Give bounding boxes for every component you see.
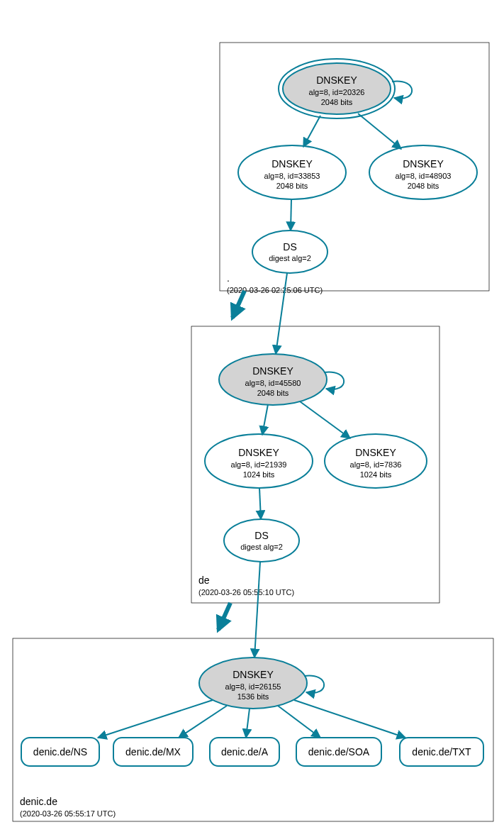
root-zsk: DNSKEY alg=8, id=33853 2048 bits [238, 145, 346, 199]
denic-rr-mx: denic.de/MX [113, 738, 193, 766]
zone-root: . (2020-03-26 02:25:06 UTC) DNSKEY alg=8… [220, 43, 489, 294]
edge-denic-a [246, 709, 250, 738]
edge-zone-root-to-de [233, 291, 245, 318]
denic-ksk: DNSKEY alg=8, id=26155 1536 bits [199, 658, 307, 709]
edge-de-ksk-zsk [262, 404, 268, 435]
denic-rr-txt: denic.de/TXT [400, 738, 483, 766]
edge-denic-ns [98, 700, 213, 738]
denic-rr-ns: denic.de/NS [21, 738, 99, 766]
root-key3: DNSKEY alg=8, id=48903 2048 bits [369, 145, 477, 199]
edge-denic-mx [179, 706, 227, 738]
svg-text:alg=8, id=21939: alg=8, id=21939 [231, 460, 287, 469]
svg-text:denic.de/MX: denic.de/MX [125, 746, 181, 758]
svg-text:denic.de/A: denic.de/A [221, 746, 269, 758]
zone-de: de (2020-03-26 05:55:10 UTC) DNSKEY alg=… [191, 273, 439, 603]
svg-text:DNSKEY: DNSKEY [355, 447, 396, 458]
svg-text:DNSKEY: DNSKEY [316, 74, 357, 86]
svg-text:DS: DS [283, 241, 296, 253]
zone-denic-timestamp: (2020-03-26 05:55:17 UTC) [20, 809, 116, 818]
svg-text:digest alg=2: digest alg=2 [269, 254, 311, 262]
svg-text:alg=8, id=20326: alg=8, id=20326 [309, 88, 365, 96]
svg-text:alg=8, id=33853: alg=8, id=33853 [264, 172, 320, 180]
zone-de-timestamp: (2020-03-26 05:55:10 UTC) [198, 588, 294, 597]
edge-denic-soa [278, 706, 320, 738]
zone-denic: denic.de (2020-03-26 05:55:17 UTC) DNSKE… [13, 562, 493, 821]
de-zsk: DNSKEY alg=8, id=21939 1024 bits [205, 434, 313, 488]
svg-text:denic.de/TXT: denic.de/TXT [412, 746, 471, 758]
root-ksk: DNSKEY alg=8, id=20326 2048 bits [279, 59, 395, 118]
svg-text:2048 bits: 2048 bits [321, 98, 353, 106]
zone-root-timestamp: (2020-03-26 02:25:06 UTC) [227, 286, 323, 294]
dnssec-diagram: . (2020-03-26 02:25:06 UTC) DNSKEY alg=8… [0, 0, 504, 832]
zone-de-name: de [198, 575, 210, 586]
svg-text:DNSKEY: DNSKEY [252, 365, 293, 377]
denic-rr-soa: denic.de/SOA [296, 738, 381, 766]
edge-de-zsk-ds [259, 488, 261, 519]
svg-text:DNSKEY: DNSKEY [403, 158, 444, 170]
zone-root-name: . [227, 272, 230, 284]
de-ds: DS digest alg=2 [224, 519, 299, 562]
zone-denic-name: denic.de [20, 796, 57, 807]
svg-text:DNSKEY: DNSKEY [238, 447, 279, 458]
svg-text:denic.de/NS: denic.de/NS [33, 746, 87, 758]
de-ksk: DNSKEY alg=8, id=45580 2048 bits [219, 354, 327, 405]
de-key3: DNSKEY alg=8, id=7836 1024 bits [325, 434, 427, 488]
edge-root-ksk-k3 [358, 113, 401, 149]
svg-text:DS: DS [254, 530, 268, 541]
svg-text:1024 bits: 1024 bits [360, 470, 392, 479]
svg-text:2048 bits: 2048 bits [276, 182, 308, 190]
root-ds: DS digest alg=2 [252, 231, 327, 273]
svg-text:alg=8, id=26155: alg=8, id=26155 [225, 682, 281, 691]
edge-root-ksk-zsk [303, 116, 320, 147]
edge-zone-de-to-denic [218, 603, 230, 630]
denic-rr-a: denic.de/A [210, 738, 279, 766]
svg-text:alg=8, id=48903: alg=8, id=48903 [396, 172, 452, 180]
svg-text:digest alg=2: digest alg=2 [240, 543, 283, 551]
edge-denic-txt [294, 700, 405, 738]
edge-de-ksk-k3 [300, 401, 350, 438]
svg-text:alg=8, id=45580: alg=8, id=45580 [245, 379, 301, 387]
svg-text:DNSKEY: DNSKEY [233, 669, 274, 680]
edge-de-ds-denic-ksk [254, 562, 260, 658]
svg-text:DNSKEY: DNSKEY [271, 158, 313, 170]
svg-text:2048 bits: 2048 bits [408, 182, 439, 190]
svg-text:denic.de/SOA: denic.de/SOA [308, 746, 370, 758]
svg-text:1024 bits: 1024 bits [243, 470, 275, 479]
svg-text:alg=8, id=7836: alg=8, id=7836 [350, 460, 402, 469]
svg-text:2048 bits: 2048 bits [257, 389, 289, 397]
edge-root-zsk-ds [291, 199, 291, 231]
svg-text:1536 bits: 1536 bits [237, 692, 269, 701]
